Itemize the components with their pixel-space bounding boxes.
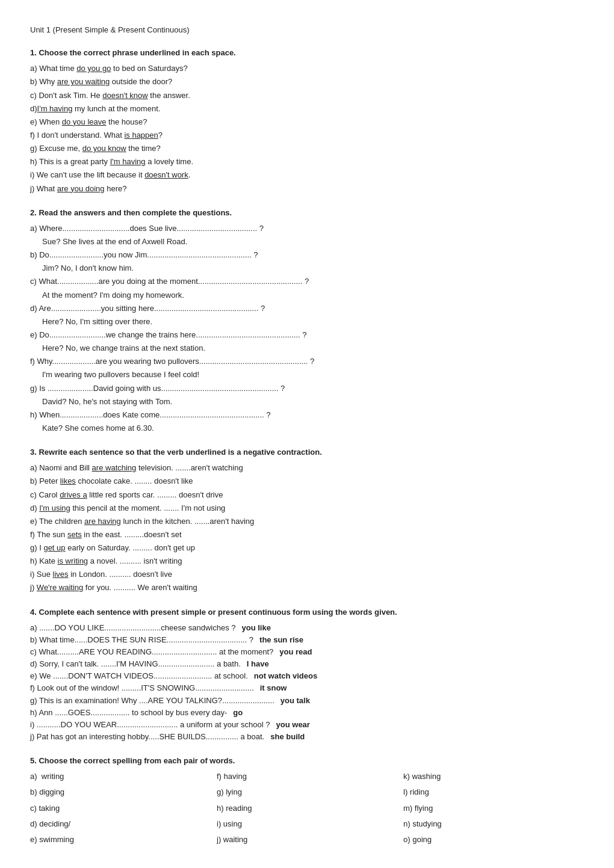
s4-b-row: b) What time......DOES THE SUN RISE.....… [30,634,584,646]
section-1-item-a: a) What time do you go to bed on Saturda… [30,63,584,75]
section-5: 5. Choose the correct spelling from each… [30,755,584,848]
s3-e: e) The children are having lunch in the … [30,516,584,528]
s3-g: g) I get up early on Saturday. .........… [30,542,584,554]
s4-g-answer: you talk [281,695,310,707]
section-3: 3. Rewrite each sentence so that the ver… [30,446,584,594]
s5-n: n) studying [403,818,584,830]
s2-a-main: a) Where...............................d… [30,223,584,235]
s2-g-main: g) Is .....................David going w… [30,383,584,395]
s4-j-row: j) Pat has got an interesting hobby.....… [30,731,584,743]
unit-title: Unit 1 (Present Simple & Present Continu… [30,24,584,36]
s2-b-main: b) Do.........................you now Ji… [30,249,584,261]
section-2: 2. Read the answers and then complete th… [30,207,584,434]
s3-f: f) The sun sets in the east. .........do… [30,529,584,541]
s5-h: h) reading [217,802,397,814]
s4-f-text: f) Look out of the window! .........IT'S… [30,682,254,694]
section-1-item-e: e) When do you leave the house? [30,116,584,128]
s4-d-answer: I have [247,658,269,670]
s5-j: j) waiting [217,834,397,846]
s4-h-text: h) Ann ......GOES.................. to s… [30,707,227,719]
s3-c: c) Carol drives a little red sports car.… [30,489,584,501]
s4-g-row: g) This is an examination! Why ....ARE Y… [30,695,584,707]
s5-o: o) going [403,834,584,846]
s4-c-text: c) What..........ARE YOU READING........… [30,646,273,658]
section-1-item-i: i) We can't use the lift because it does… [30,169,584,181]
s4-c-answer: you read [279,646,312,658]
s4-j-answer: she build [270,731,305,743]
s4-h-answer: go [233,707,243,719]
s3-b: b) Peter likes chocolate cake. ........ … [30,475,584,487]
s4-a-text: a) .......DO YOU LIKE...................… [30,622,236,634]
s5-g: g) lying [217,786,397,798]
s2-f-main: f) Why....................are you wearin… [30,356,584,368]
section-1-item-f: f) I don't understand. What is happen? [30,129,584,141]
section-5-title: 5. Choose the correct spelling from each… [30,755,584,767]
section-1-item-d: d)I'm having my lunch at the moment. [30,103,584,115]
s4-f-row: f) Look out of the window! .........IT'S… [30,682,584,694]
s5-k: k) washing [403,771,584,783]
section-4-title: 4. Complete each sentence with present s… [30,606,584,618]
s5-f: f) having [217,771,397,783]
section-5-grid: a) writing f) having k) washing b) diggi… [30,771,584,848]
s4-f-answer: it snow [260,682,287,694]
s2-h-indent: Kate? She comes home at 6.30. [42,422,584,434]
s4-b-answer: the sun rise [259,634,303,646]
s2-e-main: e) Do..........................we change… [30,329,584,341]
s2-a-indent: Sue? She lives at the end of Axwell Road… [42,236,584,248]
s3-j: j) We're waiting for you. .......... We … [30,582,584,594]
section-3-title: 3. Rewrite each sentence so that the ver… [30,446,584,458]
s4-i-answer: you wear [276,719,310,731]
s3-i: i) Sue lives in London. .......... doesn… [30,568,584,580]
s4-g-text: g) This is an examination! Why ....ARE Y… [30,695,274,707]
s5-c: c) taking [30,802,211,814]
s5-e: e) swimming [30,834,211,846]
s4-e-answer: not watch videos [254,670,317,682]
s2-c-main: c) What...................are you doing … [30,275,584,288]
section-1-item-g: g) Excuse me, do you know the time? [30,143,584,155]
s5-d: d) deciding/ [30,818,211,830]
s5-i: i) using [217,818,397,830]
s2-d-main: d) Are.......................you sitting… [30,303,584,315]
s2-b-indent: Jim? No, I don't know him. [42,262,584,274]
s2-e-indent: Here? No, we change trains at the next s… [42,342,584,354]
s4-i-row: i) ...........DO YOU WEAR...............… [30,719,584,731]
s3-d: d) I'm using this pencil at the moment. … [30,502,584,514]
section-1-item-h: h) This is a great party I'm having a lo… [30,156,584,168]
s4-e-text: e) We .......DON'T WATCH VIDEOS.........… [30,670,248,682]
s2-d-indent: Here? No, I'm sitting over there. [42,316,584,328]
s4-a-answer: you like [242,622,271,634]
s2-g-indent: David? No, he's not staying with Tom. [42,396,584,408]
section-4: 4. Complete each sentence with present s… [30,606,584,743]
s4-i-text: i) ...........DO YOU WEAR...............… [30,719,270,731]
s2-h-main: h) When....................does Kate com… [30,409,584,421]
section-1-item-c: c) Don't ask Tim. He doesn't know the an… [30,90,584,102]
s4-d-row: d) Sorry, I can't talk. .......I'M HAVIN… [30,658,584,670]
s4-e-row: e) We .......DON'T WATCH VIDEOS.........… [30,670,584,682]
section-1-item-b: b) Why are you waiting outside the door? [30,76,584,88]
section-1-item-j: j) What are you doing here? [30,183,584,195]
s4-c-row: c) What..........ARE YOU READING........… [30,646,584,658]
s4-a-row: a) .......DO YOU LIKE...................… [30,622,584,634]
s5-m: m) flying [403,802,584,814]
section-2-title: 2. Read the answers and then complete th… [30,207,584,219]
section-1: 1. Choose the correct phrase underlined … [30,47,584,195]
s5-l: l) riding [403,786,584,798]
s3-h: h) Kate is writing a novel. .......... i… [30,555,584,567]
s2-f-indent: I'm wearing two pullovers because I feel… [42,369,584,381]
s4-j-text: j) Pat has got an interesting hobby.....… [30,731,264,743]
s2-c-indent: At the moment? I'm doing my homework. [42,289,584,301]
s4-b-text: b) What time......DOES THE SUN RISE.....… [30,634,253,646]
s4-h-row: h) Ann ......GOES.................. to s… [30,707,584,719]
section-1-title: 1. Choose the correct phrase underlined … [30,47,584,59]
s4-d-text: d) Sorry, I can't talk. .......I'M HAVIN… [30,658,241,670]
s5-b: b) digging [30,786,211,798]
s5-a: a) writing [30,771,211,783]
s3-a: a) Naomi and Bill are watching televisio… [30,462,584,474]
